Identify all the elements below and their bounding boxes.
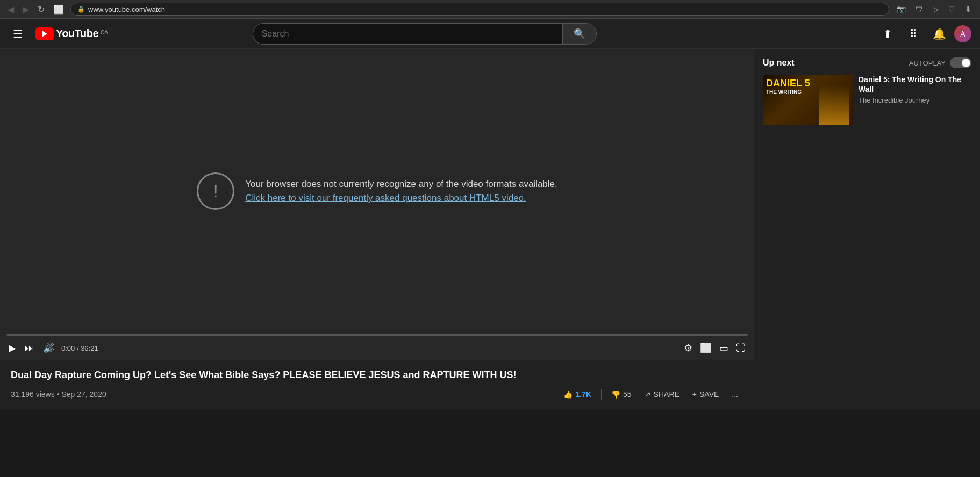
error-line1: Your browser does not currently recogniz… bbox=[245, 179, 557, 190]
theater-button[interactable]: ▭ bbox=[717, 340, 731, 356]
header-actions: ⬆ ⠿ 🔔 A bbox=[877, 23, 971, 45]
controls-row: ▶ ⏭ 🔊 0:00 / 36:21 ⚙ ⬜ ▭ ⛶ bbox=[6, 340, 748, 356]
video-meta-row: 31,196 views • Sep 27, 2020 👍 1.7K 👎 55 bbox=[11, 387, 743, 402]
settings-button[interactable]: ⚙ bbox=[682, 340, 695, 356]
browser-chrome: ◀ ▶ ↻ ⬜ 🔒 www.youtube.com/watch 📷 🛡 ▷ ♡ … bbox=[0, 0, 980, 19]
autoplay-label: AUTOPLAY bbox=[909, 59, 946, 67]
like-divider bbox=[601, 389, 602, 400]
error-text-block: Your browser does not currently recogniz… bbox=[245, 179, 557, 204]
url-text: www.youtube.com/watch bbox=[88, 5, 165, 13]
screenshot-btn[interactable]: 📷 bbox=[893, 3, 909, 16]
save-icon: + bbox=[692, 390, 697, 399]
toggle-knob bbox=[962, 59, 970, 67]
video-controls: ▶ ⏭ 🔊 0:00 / 36:21 ⚙ ⬜ ▭ ⛶ bbox=[0, 334, 754, 360]
upload-date: Sep 27, 2020 bbox=[61, 390, 106, 399]
progress-bar[interactable] bbox=[6, 334, 748, 336]
notifications-button[interactable]: 🔔 bbox=[928, 23, 950, 45]
volume-button[interactable]: 🔊 bbox=[41, 340, 57, 356]
fullscreen-button[interactable]: ⛶ bbox=[734, 341, 748, 356]
rec-title-0: Daniel 5: The Writing On The Wall bbox=[859, 75, 971, 94]
play-button[interactable]: ▶ bbox=[6, 340, 18, 356]
like-count: 1.7K bbox=[575, 390, 591, 399]
search-container: 🔍 bbox=[253, 23, 597, 45]
search-input[interactable] bbox=[253, 23, 562, 45]
autoplay-toggle[interactable] bbox=[950, 57, 971, 68]
youtube-logo[interactable]: YouTube CA bbox=[35, 27, 108, 40]
menu-icon: ☰ bbox=[13, 27, 23, 40]
cast-btn[interactable]: ▷ bbox=[929, 3, 942, 16]
video-actions: 👍 1.7K 👎 55 ↗ SHARE + SAVE bbox=[558, 387, 743, 402]
tabs-button[interactable]: ⬜ bbox=[51, 2, 66, 17]
dislike-count: 55 bbox=[623, 390, 632, 399]
upload-button[interactable]: ⬆ bbox=[877, 23, 898, 45]
apps-button[interactable]: ⠿ bbox=[903, 23, 924, 45]
youtube-country: CA bbox=[101, 30, 108, 35]
rec-info-0: Daniel 5: The Writing On The Wall The In… bbox=[859, 75, 971, 125]
forward-button[interactable]: ▶ bbox=[20, 2, 31, 17]
heart-btn[interactable]: ♡ bbox=[945, 3, 958, 16]
recommended-video-0[interactable]: DANIEL 5 THE WRITING Daniel 5: The Writi… bbox=[763, 75, 971, 125]
more-icon: ... bbox=[732, 390, 738, 399]
search-icon: 🔍 bbox=[574, 28, 585, 40]
video-container: ! Your browser does not currently recogn… bbox=[0, 49, 754, 410]
controls-right: ⚙ ⬜ ▭ ⛶ bbox=[682, 340, 748, 356]
thumbs-up-icon: 👍 bbox=[563, 390, 573, 399]
video-error: ! Your browser does not currently recogn… bbox=[197, 172, 557, 210]
rec-channel-0: The Incredible Journey bbox=[859, 96, 971, 104]
share-icon: ↗ bbox=[645, 390, 651, 399]
miniplayer-button[interactable]: ⬜ bbox=[698, 340, 714, 356]
video-player: ! Your browser does not currently recogn… bbox=[0, 49, 754, 334]
search-button[interactable]: 🔍 bbox=[562, 23, 597, 45]
video-info: Dual Day Rapture Coming Up? Let's See Wh… bbox=[0, 360, 754, 410]
main-content: ! Your browser does not currently recogn… bbox=[0, 49, 980, 410]
refresh-button[interactable]: ↻ bbox=[35, 2, 47, 17]
youtube-logo-icon bbox=[35, 27, 54, 40]
video-title: Dual Day Rapture Coming Up? Let's See Wh… bbox=[11, 369, 743, 381]
share-button[interactable]: ↗ SHARE bbox=[639, 387, 685, 402]
error-faq-link[interactable]: Click here to visit our frequently asked… bbox=[245, 193, 526, 203]
sidebar: Up next AUTOPLAY DANIEL 5 THE WRITING bbox=[754, 49, 980, 410]
share-label: SHARE bbox=[654, 390, 679, 399]
save-button[interactable]: + SAVE bbox=[687, 387, 725, 402]
thumb-daniel-text: DANIEL 5 bbox=[766, 78, 810, 89]
thumbs-down-icon: 👎 bbox=[611, 390, 620, 399]
youtube-logo-text: YouTube bbox=[56, 27, 98, 40]
lock-icon: 🔒 bbox=[77, 6, 85, 13]
up-next-header: Up next AUTOPLAY bbox=[763, 57, 971, 68]
youtube-header: ☰ YouTube CA 🔍 ⬆ ⠿ 🔔 A bbox=[0, 19, 980, 49]
user-avatar[interactable]: A bbox=[954, 25, 971, 42]
time-display: 0:00 / 36:21 bbox=[61, 344, 98, 352]
dislike-button[interactable]: 👎 55 bbox=[606, 387, 637, 402]
address-bar[interactable]: 🔒 www.youtube.com/watch bbox=[70, 3, 889, 16]
rec-thumbnail-0: DANIEL 5 THE WRITING bbox=[763, 75, 853, 125]
next-button[interactable]: ⏭ bbox=[23, 341, 37, 356]
thumb-writing-text: THE WRITING bbox=[766, 89, 810, 95]
more-button[interactable]: ... bbox=[726, 387, 743, 402]
up-next-label: Up next bbox=[763, 58, 795, 68]
menu-button[interactable]: ☰ bbox=[9, 23, 27, 45]
browser-actions: 📷 🛡 ▷ ♡ ⬇ bbox=[893, 3, 975, 16]
save-label: SAVE bbox=[699, 390, 719, 399]
video-meta-left: 31,196 views • Sep 27, 2020 bbox=[11, 390, 106, 399]
download-btn[interactable]: ⬇ bbox=[962, 3, 975, 16]
back-button[interactable]: ◀ bbox=[5, 2, 16, 17]
error-icon: ! bbox=[197, 172, 234, 210]
view-count: 31,196 views bbox=[11, 390, 55, 399]
autoplay-row: AUTOPLAY bbox=[909, 57, 971, 68]
rec-thumb-inner-0: DANIEL 5 THE WRITING bbox=[763, 75, 853, 125]
like-button[interactable]: 👍 1.7K bbox=[558, 387, 597, 402]
shield-btn[interactable]: 🛡 bbox=[912, 3, 926, 16]
